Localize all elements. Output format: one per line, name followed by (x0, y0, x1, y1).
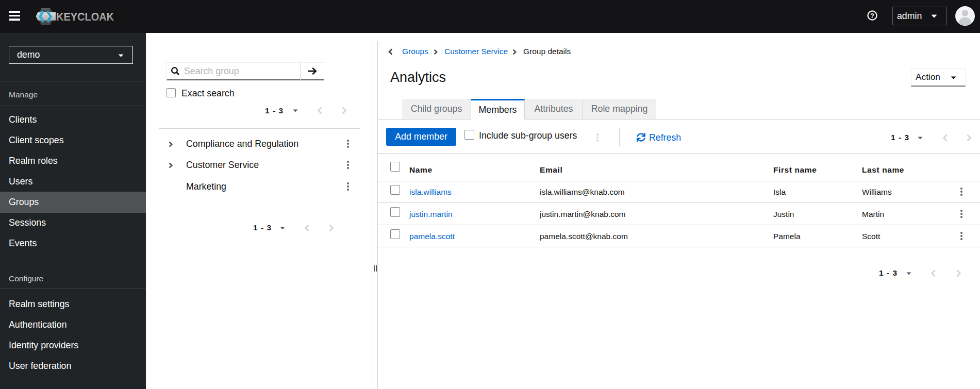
svg-text:KEYCLOAK: KEYCLOAK (56, 10, 114, 23)
svg-text:?: ? (870, 12, 874, 20)
